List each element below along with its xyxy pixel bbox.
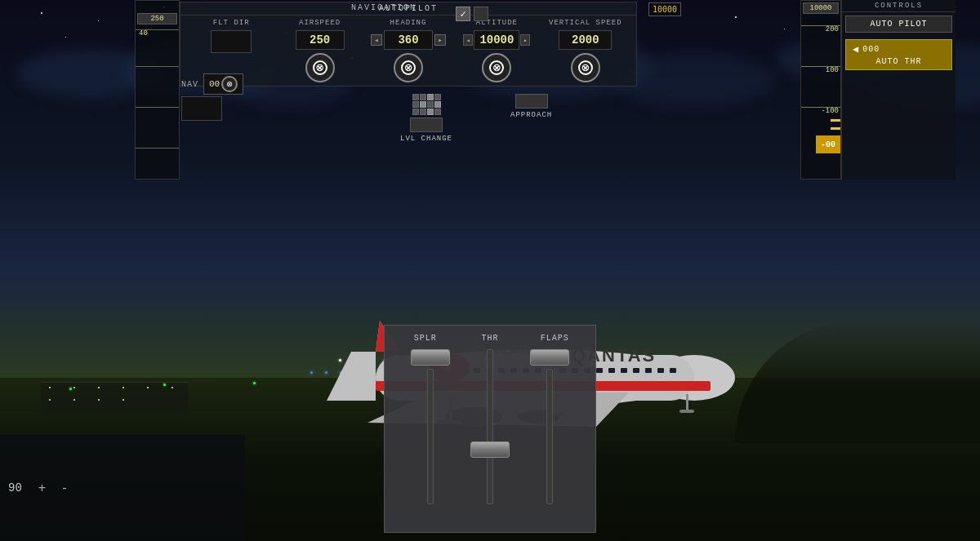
heading-inc[interactable]: ▸ xyxy=(434,34,446,46)
heading-dial-icon: ⊗ xyxy=(404,60,412,76)
ap-columns: FLT DIR AIRSPEED 250 ⊗ HEADING ◂ 360 ▸ ⊗ xyxy=(180,16,636,86)
svg-marker-39 xyxy=(327,352,376,401)
approach-box[interactable] xyxy=(515,94,548,109)
nav-checkbox-checked[interactable]: ✓ xyxy=(456,7,470,21)
airspeed-label: AIRSPEED xyxy=(299,19,341,27)
btn-cell[interactable] xyxy=(420,109,426,115)
btn-cell[interactable] xyxy=(412,94,419,100)
svg-rect-16 xyxy=(608,368,615,373)
altitude-dial[interactable]: ⊗ xyxy=(482,53,511,82)
spd-top-val: 250 xyxy=(137,13,177,24)
splr-col xyxy=(411,349,450,504)
throttle-controls xyxy=(393,349,587,504)
btn-cell[interactable] xyxy=(434,94,441,100)
thr-track[interactable] xyxy=(487,349,493,504)
airspeed-value[interactable]: 250 xyxy=(296,30,345,50)
spd-line-1 xyxy=(136,29,179,30)
svg-rect-21 xyxy=(670,368,676,373)
splr-handle[interactable] xyxy=(411,349,450,366)
controls-panel: CONTROLS AUTO PILOT ◀ 000 AUTO THR xyxy=(841,0,956,180)
thr-label: THR xyxy=(457,334,522,343)
vsi-bar-2 xyxy=(831,127,840,130)
auto-pilot-btn[interactable]: AUTO PILOT xyxy=(845,16,952,33)
svg-rect-18 xyxy=(633,368,639,373)
flt-dir-value[interactable] xyxy=(211,30,252,53)
vsi-current: -00 xyxy=(816,135,840,153)
nav-label: NAV xyxy=(181,80,198,89)
svg-rect-15 xyxy=(596,368,603,373)
thr-col xyxy=(487,349,493,504)
heading-label: HEADING xyxy=(390,19,427,27)
zoom-controls: 90 + - xyxy=(8,481,66,495)
edge-light xyxy=(163,384,166,386)
spd-line-3 xyxy=(136,107,179,108)
heading-dial[interactable]: ⊗ xyxy=(394,53,423,82)
btn-cell[interactable] xyxy=(420,94,426,100)
flaps-handle[interactable] xyxy=(530,349,569,366)
approach-group: APPROACH xyxy=(510,94,552,119)
btn-cell[interactable] xyxy=(427,101,434,108)
auto-thr-btn[interactable]: ◀ 000 AUTO THR xyxy=(845,39,952,70)
btn-cell[interactable] xyxy=(412,109,419,115)
altitude-dial-icon: ⊗ xyxy=(493,60,501,76)
btn-cell[interactable] xyxy=(412,101,419,108)
spd-val-1: 40 xyxy=(139,29,148,38)
flaps-col xyxy=(530,349,569,504)
thr-handle[interactable] xyxy=(470,441,510,458)
btn-cell-active[interactable] xyxy=(427,109,434,115)
btn-row-1 xyxy=(412,94,441,100)
nav-dial[interactable]: ⊗ xyxy=(221,76,238,92)
alt-line-neg100 xyxy=(801,107,840,108)
altitude-add[interactable]: ▸ xyxy=(520,34,530,46)
btn-cell-active[interactable] xyxy=(420,101,426,108)
svg-rect-37 xyxy=(686,394,688,412)
vspeed-dial[interactable]: ⊗ xyxy=(571,53,600,82)
svg-rect-20 xyxy=(657,368,664,373)
lvl-change-group: LVL CHANGE xyxy=(400,94,452,143)
alt-target: 10000 xyxy=(803,2,839,14)
edge-light xyxy=(69,388,72,390)
vsi-current-val: -00 xyxy=(821,140,835,149)
lvl-change-small-box[interactable] xyxy=(410,118,443,132)
vsi-bar-1 xyxy=(831,119,840,122)
airspeed-dial[interactable]: ⊗ xyxy=(305,53,335,82)
navigation-label: NAVIGATION xyxy=(351,3,416,12)
heading-dec[interactable]: ◂ xyxy=(371,34,382,46)
flaps-label: FLAPS xyxy=(523,334,587,343)
speed-tape: 250 40 xyxy=(135,0,180,180)
altitude-input-group: ◂ 10000 ▸ xyxy=(463,30,530,50)
alt-100: 100 xyxy=(826,66,839,74)
auto-thr-label: AUTO THR xyxy=(875,57,921,66)
altitude-value[interactable]: 10000 xyxy=(474,30,519,50)
nav-checkbox-unchecked[interactable] xyxy=(474,7,488,21)
star xyxy=(735,16,737,18)
altitude-readout-top: 10000 xyxy=(648,2,681,16)
vspeed-value[interactable]: 2000 xyxy=(559,30,612,50)
zoom-plus-btn[interactable]: + xyxy=(38,481,46,495)
alt-line-100 xyxy=(801,66,840,67)
altitude-sub[interactable]: ◂ xyxy=(463,34,473,46)
star xyxy=(98,20,99,21)
auto-thr-value: 000 xyxy=(862,45,880,54)
controls-title: CONTROLS xyxy=(842,0,956,12)
flt-dir-label: FLT DIR xyxy=(213,19,250,27)
btn-row-2 xyxy=(412,101,441,108)
heading-value[interactable]: 360 xyxy=(384,30,433,50)
hill-silhouette xyxy=(735,321,980,443)
vspeed-col: VERTICAL SPEED 2000 ⊗ xyxy=(541,19,630,82)
btn-cell-active[interactable] xyxy=(427,94,434,100)
btn-cell[interactable] xyxy=(434,109,441,115)
altitude-col: ALTITUDE ◂ 10000 ▸ ⊗ xyxy=(452,19,541,82)
nav-value-box[interactable]: 00 ⊗ xyxy=(203,73,243,95)
svg-rect-19 xyxy=(645,368,652,373)
alt-200: 200 xyxy=(826,25,839,33)
splr-track[interactable] xyxy=(427,369,434,504)
btn-cell-active[interactable] xyxy=(434,101,441,108)
throttle-header: SPLR THR FLAPS xyxy=(393,334,587,343)
zoom-minus-btn[interactable]: - xyxy=(62,481,66,495)
svg-rect-38 xyxy=(679,410,694,413)
flaps-track[interactable] xyxy=(546,369,553,504)
splr-label: SPLR xyxy=(393,334,457,343)
vspeed-dial-icon: ⊗ xyxy=(581,60,590,76)
altitude-tape: 10000 200 100 -100 -00 xyxy=(800,0,841,180)
